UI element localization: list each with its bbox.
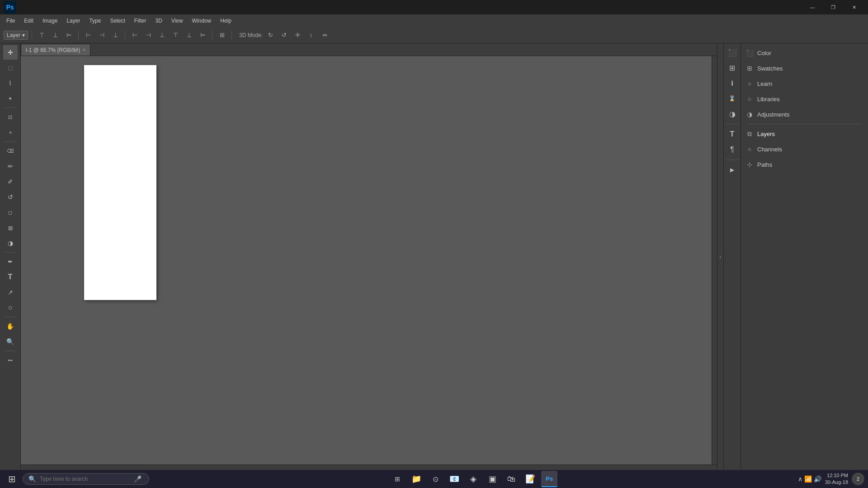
canvas-scroll-v[interactable] [712, 56, 717, 465]
panel-label-paths: Paths [757, 161, 772, 168]
marquee-tool[interactable]: ⬚ [3, 61, 18, 75]
tab-close-btn[interactable]: × [83, 47, 85, 52]
divider-5 [231, 31, 232, 40]
maximize-button[interactable]: ❐ [823, 0, 844, 14]
taskbar-left: ⊞ 🔍 🎤 [4, 471, 149, 487]
tool-sep-1 [4, 108, 17, 108]
menu-image[interactable]: Image [38, 16, 62, 26]
align-vcenter-btn[interactable]: ⊥ [49, 29, 61, 41]
document-tab[interactable]: l-1 @ 66.7% (RGB/8#) × [21, 44, 90, 56]
layer-dropdown[interactable]: Layer ▾ [4, 31, 28, 40]
swatches-panel-icon[interactable]: ⊞ [725, 61, 740, 75]
more-tools[interactable]: ••• [3, 353, 18, 367]
title-bar-controls[interactable]: — ❐ ✕ [802, 0, 864, 14]
path-selection-tool[interactable]: ↗ [3, 285, 18, 300]
brush-tool[interactable]: ✏ [3, 159, 18, 174]
terminal-btn[interactable]: ▣ [484, 471, 500, 487]
menu-3d[interactable]: 3D [151, 16, 166, 26]
app8-btn[interactable]: 📝 [522, 471, 538, 487]
pen-tool[interactable]: ✒ [3, 254, 18, 269]
dodge-tool[interactable]: ◑ [3, 236, 18, 250]
hand-tool[interactable]: ✋ [3, 319, 18, 333]
move-tool[interactable]: ✛ [3, 45, 18, 60]
3d-slide-btn[interactable]: ↕ [305, 29, 317, 41]
panel-item-paths[interactable]: ⊹ Paths [741, 157, 868, 172]
menu-select[interactable]: Select [105, 16, 129, 26]
actions-panel-icon[interactable]: ▶ [725, 163, 740, 177]
crop-tool[interactable]: ⊡ [3, 110, 18, 124]
panel-icon-sep [726, 124, 739, 124]
magic-wand-tool[interactable]: ✦ [3, 91, 18, 106]
panel-item-channels[interactable]: ○ Channels [741, 141, 868, 157]
eraser-tool[interactable]: ◻ [3, 205, 18, 220]
adjustments-panel-icon[interactable]: ◑ [725, 107, 740, 121]
menu-layer[interactable]: Layer [62, 16, 85, 26]
store-btn[interactable]: 🛍 [503, 471, 519, 487]
panel-item-libraries[interactable]: ○ Libraries [741, 91, 868, 107]
divider-4 [212, 31, 212, 40]
shape-tool[interactable]: ○ [3, 300, 18, 315]
panel-icon-sep2 [726, 160, 739, 160]
3d-scale-btn[interactable]: ⇔ [319, 29, 330, 41]
history-panel-icon[interactable]: ⌛ [725, 91, 740, 106]
zoom-tool[interactable]: 🔍 [3, 334, 18, 349]
canvas-scroll-h[interactable] [21, 465, 717, 470]
clone-stamp-tool[interactable]: ✐ [3, 174, 18, 189]
task-view-btn[interactable]: ⊞ [389, 471, 406, 487]
distribute-vcenter-btn[interactable]: ⊥ [183, 29, 195, 41]
panel-item-swatches[interactable]: ⊞ Swatches [741, 61, 868, 76]
taskbar-clock[interactable]: 12:10 PM 30-Aug-18 [825, 472, 848, 486]
eyedropper-tool[interactable]: ⌖ [3, 125, 18, 140]
vscode-btn[interactable]: ◈ [465, 471, 481, 487]
chrome-btn[interactable]: ⊙ [427, 471, 443, 487]
3d-roll-btn[interactable]: ↺ [278, 29, 290, 41]
taskbar-search-input[interactable] [40, 476, 130, 482]
distribute-right-btn[interactable]: ⊥ [156, 29, 168, 41]
chevron-up-icon[interactable]: ∧ [798, 475, 802, 483]
volume-icon[interactable]: 🔊 [814, 475, 821, 483]
panel-item-learn[interactable]: ○ Learn [741, 76, 868, 91]
color-panel-icon[interactable]: ⬛ [725, 45, 740, 60]
paragraph-panel-icon[interactable]: ¶ [725, 142, 740, 157]
info-panel-icon[interactable]: ℹ [725, 76, 740, 90]
menu-window[interactable]: Window [188, 16, 216, 26]
right-collapse-btn[interactable]: ‹ [717, 43, 723, 470]
menu-view[interactable]: View [167, 16, 188, 26]
photoshop-taskbar-btn[interactable]: Ps [541, 471, 557, 487]
align-hcenter-btn[interactable]: ⊣ [96, 29, 108, 41]
panel-item-adjustments[interactable]: ◑ Adjustments [741, 107, 868, 122]
menu-filter[interactable]: Filter [130, 16, 151, 26]
close-button[interactable]: ✕ [844, 0, 864, 14]
align-right-btn[interactable]: ⊥ [109, 29, 121, 41]
notification-btn[interactable]: 2 [852, 473, 864, 485]
outlook-btn[interactable]: 📧 [446, 471, 462, 487]
network-icon[interactable]: 📶 [804, 475, 812, 483]
type-panel-icon[interactable]: T [725, 127, 740, 141]
distribute-bottom-btn[interactable]: ⊨ [197, 29, 208, 41]
align-left-btn[interactable]: ⊢ [82, 29, 94, 41]
text-tool[interactable]: T [3, 270, 18, 284]
lasso-tool[interactable]: ⌇ [3, 76, 18, 90]
align-top-btn[interactable]: ⊤ [36, 29, 47, 41]
distribute-hcenter-btn[interactable]: ⊣ [142, 29, 154, 41]
3d-pan-btn[interactable]: ✛ [292, 29, 303, 41]
panel-item-layers[interactable]: ⧉ Layers [741, 126, 868, 141]
3d-rotate-btn[interactable]: ↻ [264, 29, 276, 41]
history-brush-tool[interactable]: ↺ [3, 190, 18, 204]
distribute-left-btn[interactable]: ⊢ [129, 29, 141, 41]
menu-type[interactable]: Type [85, 16, 105, 26]
file-explorer-btn[interactable]: 📁 [408, 471, 425, 487]
auto-align-btn[interactable]: ⊞ [216, 29, 228, 41]
panel-item-color[interactable]: ⬛ Color [741, 45, 868, 61]
align-bottom-btn[interactable]: ⊨ [63, 29, 75, 41]
distribute-top-btn[interactable]: ⊤ [170, 29, 181, 41]
taskbar-search-area[interactable]: 🔍 🎤 [23, 473, 149, 485]
canvas-area[interactable] [21, 56, 712, 465]
minimize-button[interactable]: — [802, 0, 823, 14]
healing-brush-tool[interactable]: ⌫ [3, 144, 18, 158]
gradient-tool[interactable]: ▨ [3, 221, 18, 235]
menu-file[interactable]: File [2, 16, 19, 26]
menu-help[interactable]: Help [216, 16, 236, 26]
menu-edit[interactable]: Edit [19, 16, 38, 26]
start-button[interactable]: ⊞ [4, 471, 20, 487]
